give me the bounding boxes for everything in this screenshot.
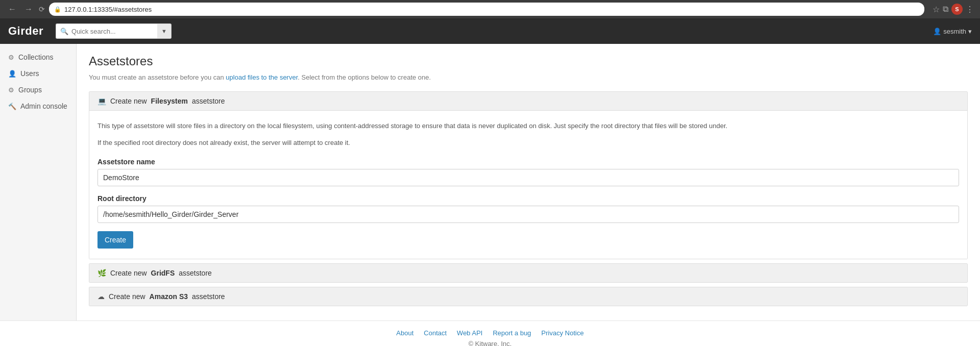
reload-button[interactable]: ⟳ (39, 5, 45, 13)
groups-icon: ⚙ (8, 86, 14, 94)
footer-reportbug-link[interactable]: Report a bug (493, 329, 531, 337)
assetstore-name-group: Assetstore name (97, 158, 959, 186)
user-dropdown-arrow: ▾ (968, 28, 972, 35)
s3-header-bold: Amazon S3 (150, 292, 188, 301)
sidebar-item-admin-console[interactable]: 🔨 Admin console (0, 98, 76, 114)
root-directory-group: Root directory (97, 194, 959, 223)
filesystem-icon: 💻 (97, 97, 106, 105)
search-input[interactable] (71, 28, 153, 35)
info-text-2: . Select from the options below to creat… (298, 73, 431, 81)
root-directory-input[interactable] (97, 206, 959, 223)
sidebar: ⚙ Collections 👤 Users ⚙ Groups 🔨 Admin c… (0, 44, 77, 320)
app-footer: About Contact Web API Report a bug Priva… (0, 320, 980, 346)
filesystem-header-pre: Create new (110, 97, 147, 105)
extensions-button[interactable]: ⧉ (943, 5, 948, 14)
gridfs-header-bold: GridFS (151, 269, 175, 277)
s3-section: ☁ Create new Amazon S3 assetstore (89, 287, 968, 306)
sidebar-item-groups[interactable]: ⚙ Groups (0, 82, 76, 98)
search-input-wrap: 🔍 (56, 23, 157, 39)
lock-icon: 🔒 (54, 6, 61, 13)
users-icon: 👤 (8, 70, 16, 78)
footer-webapi-link[interactable]: Web API (457, 329, 482, 337)
url-bar[interactable]: 🔒 127.0.0.1:13335/#assetstores (49, 3, 924, 16)
footer-copyright: © Kitware, Inc. (8, 340, 972, 346)
filesystem-accordion-body: This type of assetstore will store files… (89, 111, 967, 259)
url-text: 127.0.0.1:13335/#assetstores (64, 6, 919, 13)
filesystem-accordion-header[interactable]: 💻 Create new Filesystem assetstore (89, 92, 967, 111)
footer-links: About Contact Web API Report a bug Priva… (8, 329, 972, 337)
main-content: Assetstores You must create an assetstor… (77, 44, 980, 320)
browser-actions: ☆ ⧉ S ⋮ (933, 4, 974, 15)
sidebar-item-users[interactable]: 👤 Users (0, 65, 76, 82)
footer-contact-link[interactable]: Contact (424, 329, 447, 337)
filesystem-section: 💻 Create new Filesystem assetstore This … (89, 91, 968, 259)
collections-icon: ⚙ (8, 54, 14, 61)
sidebar-item-collections[interactable]: ⚙ Collections (0, 49, 76, 65)
gridfs-header-pre: Create new (110, 269, 147, 277)
create-button[interactable]: Create (97, 231, 133, 249)
info-text: You must create an assetstore before you… (89, 73, 968, 81)
back-button[interactable]: ← (6, 4, 18, 14)
app-body: ⚙ Collections 👤 Users ⚙ Groups 🔨 Admin c… (0, 44, 980, 320)
admin-console-icon: 🔨 (8, 103, 16, 110)
menu-button[interactable]: ⋮ (966, 5, 974, 14)
upload-link[interactable]: upload files to the server (226, 73, 298, 81)
gridfs-header-post: assetstore (179, 269, 212, 277)
app-brand: Girder (8, 24, 43, 38)
sidebar-item-label: Collections (18, 53, 53, 61)
filesystem-header-post: assetstore (192, 97, 225, 105)
footer-about-link[interactable]: About (396, 329, 413, 337)
s3-header-post: assetstore (192, 292, 225, 301)
filesystem-note: If the specified root directory does not… (97, 138, 959, 149)
app-navbar: Girder 🔍 ▼ 👤 sesmith ▾ (0, 18, 980, 44)
filesystem-description: This type of assetstore will store files… (97, 121, 959, 132)
user-icon: 👤 (933, 28, 941, 35)
assetstore-name-label: Assetstore name (97, 158, 959, 166)
s3-accordion-header[interactable]: ☁ Create new Amazon S3 assetstore (89, 287, 967, 306)
user-menu[interactable]: 👤 sesmith ▾ (933, 28, 972, 35)
forward-button[interactable]: → (22, 4, 35, 14)
bookmark-button[interactable]: ☆ (933, 5, 940, 14)
browser-user-avatar[interactable]: S (951, 4, 963, 15)
footer-privacy-link[interactable]: Privacy Notice (542, 329, 584, 337)
sidebar-item-label: Admin console (20, 102, 67, 110)
search-dropdown-button[interactable]: ▼ (157, 23, 172, 39)
user-label: sesmith (943, 28, 966, 35)
gridfs-icon: 🌿 (97, 269, 106, 277)
filesystem-header-bold: Filesystem (151, 97, 188, 105)
info-text-1: You must create an assetstore before you… (89, 73, 226, 81)
sidebar-item-label: Users (20, 69, 39, 78)
s3-icon: ☁ (97, 292, 105, 301)
browser-chrome: ← → ⟳ 🔒 127.0.0.1:13335/#assetstores ☆ ⧉… (0, 0, 980, 18)
sidebar-item-label: Groups (18, 86, 42, 94)
search-container: 🔍 ▼ (56, 23, 172, 39)
s3-header-pre: Create new (109, 292, 145, 301)
assetstore-name-input[interactable] (97, 169, 959, 186)
page-title: Assetstores (89, 54, 968, 68)
gridfs-section: 🌿 Create new GridFS assetstore (89, 263, 968, 283)
root-directory-label: Root directory (97, 194, 959, 203)
search-icon: 🔍 (60, 28, 68, 35)
gridfs-accordion-header[interactable]: 🌿 Create new GridFS assetstore (89, 264, 967, 282)
